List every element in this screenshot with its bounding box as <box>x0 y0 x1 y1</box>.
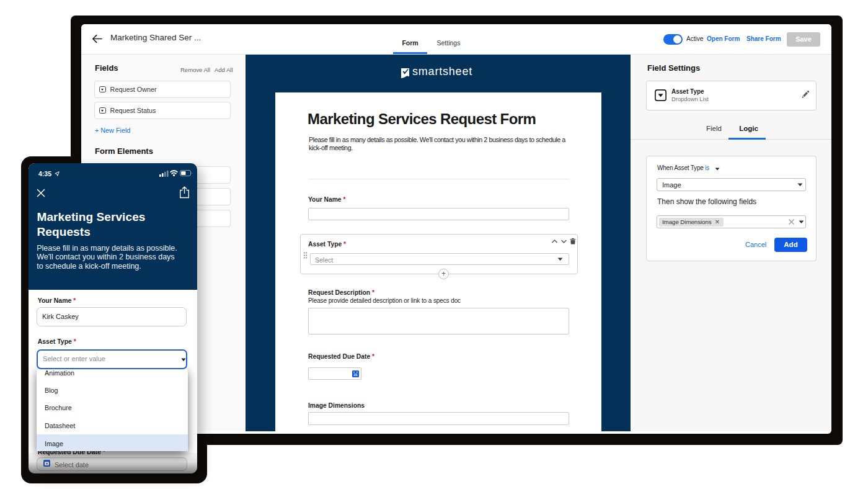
svg-text:31: 31 <box>353 373 358 377</box>
